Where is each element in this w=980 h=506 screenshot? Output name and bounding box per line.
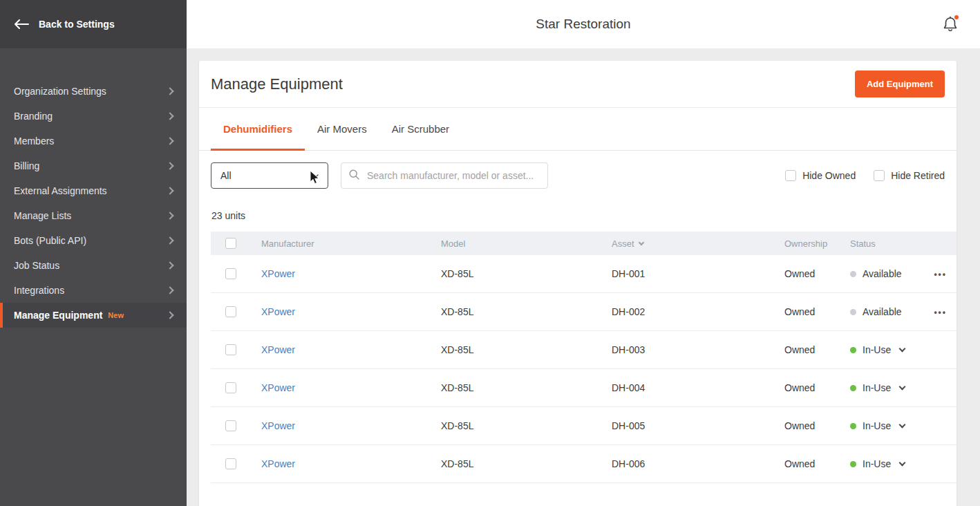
manufacturer-link[interactable]: XPower <box>261 420 295 431</box>
notifications-bell-button[interactable] <box>943 16 958 32</box>
page-body: Manage Equipment Add Equipment Dehumidif… <box>187 48 980 506</box>
ownership-cell: Owned <box>784 306 850 317</box>
status-dot-icon <box>850 385 856 391</box>
app-root: Back to Settings Organization Settings B… <box>0 0 980 506</box>
column-header-manufacturer[interactable]: Manufacturer <box>261 238 441 249</box>
back-arrow-icon <box>14 19 29 29</box>
status-cell[interactable]: Available <box>850 306 922 317</box>
tab-air-movers[interactable]: Air Movers <box>305 108 379 150</box>
model-cell: XD-85L <box>441 306 612 317</box>
chevron-right-icon <box>166 187 173 194</box>
table-body: XPower XD-85L DH-001 Owned Available •••… <box>211 255 957 483</box>
table-row: XPower XD-85L DH-001 Owned Available ••• <box>211 255 957 293</box>
search-input[interactable] <box>366 169 540 182</box>
back-to-settings-label: Back to Settings <box>39 19 115 30</box>
column-header-model[interactable]: Model <box>441 238 612 249</box>
asset-cell: DH-001 <box>612 268 784 279</box>
table-row: XPower XD-85L DH-006 Owned In-Use <box>211 445 957 483</box>
chevron-down-icon <box>899 383 906 390</box>
model-cell: XD-85L <box>441 420 612 431</box>
filters-row: All Hide Owned <box>199 151 957 189</box>
chevron-right-icon <box>166 87 173 95</box>
chevron-right-icon <box>166 137 173 144</box>
status-cell[interactable]: In-Use <box>850 458 922 469</box>
status-cell[interactable]: In-Use <box>850 420 922 431</box>
row-checkbox[interactable] <box>225 306 236 317</box>
column-label: Ownership <box>784 238 827 249</box>
sidebar-item-bots-public-api[interactable]: Bots (Public API) <box>0 228 187 253</box>
sidebar-item-manage-equipment[interactable]: Manage Equipment New <box>0 303 187 328</box>
sidebar-item-members[interactable]: Members <box>0 129 187 153</box>
sidebar-item-label: Manage Equipment <box>14 310 102 321</box>
status-cell[interactable]: In-Use <box>850 344 922 355</box>
status-label: In-Use <box>863 458 891 469</box>
row-checkbox[interactable] <box>225 420 236 431</box>
tab-air-scrubber[interactable]: Air Scrubber <box>379 108 462 150</box>
hide-owned-checkbox[interactable] <box>785 170 796 181</box>
chevron-right-icon <box>166 212 173 219</box>
tab-label: Dehumidifiers <box>223 123 292 135</box>
sidebar-item-integrations[interactable]: Integrations <box>0 278 187 303</box>
row-checkbox-cell <box>225 420 261 431</box>
column-header-status[interactable]: Status <box>850 238 957 249</box>
sidebar-item-label: Members <box>14 135 54 147</box>
row-checkbox[interactable] <box>225 382 236 393</box>
hide-owned-toggle[interactable]: Hide Owned <box>785 170 856 181</box>
manufacturer-link[interactable]: XPower <box>261 306 295 317</box>
sidebar-item-label: Integrations <box>14 285 64 296</box>
asset-cell: DH-004 <box>612 382 784 393</box>
chevron-down-icon <box>899 345 906 352</box>
page-title: Manage Equipment <box>211 75 343 93</box>
manufacturer-cell: XPower <box>261 458 441 469</box>
manufacturer-link[interactable]: XPower <box>261 268 295 279</box>
row-checkbox[interactable] <box>225 458 236 469</box>
more-actions-button[interactable]: ••• <box>934 308 947 317</box>
manufacturer-link[interactable]: XPower <box>261 382 295 393</box>
filter-dropdown[interactable]: All <box>211 162 328 189</box>
row-checkbox-cell <box>225 382 261 393</box>
sidebar-item-job-status[interactable]: Job Status <box>0 253 187 278</box>
manufacturer-link[interactable]: XPower <box>261 458 295 469</box>
status-label: In-Use <box>863 420 891 431</box>
more-actions-button[interactable]: ••• <box>934 270 947 279</box>
status-dot-icon <box>850 347 856 353</box>
column-header-asset[interactable]: Asset <box>612 238 784 249</box>
tab-dehumidifiers[interactable]: Dehumidifiers <box>211 108 305 150</box>
manufacturer-link[interactable]: XPower <box>261 344 295 355</box>
add-equipment-button[interactable]: Add Equipment <box>855 71 945 97</box>
asset-cell: DH-003 <box>612 344 784 355</box>
row-actions-cell: ••• <box>922 268 957 279</box>
row-checkbox[interactable] <box>225 268 236 279</box>
ownership-cell: Owned <box>784 382 850 393</box>
status-label: Available <box>863 306 902 317</box>
select-all-checkbox[interactable] <box>225 238 236 249</box>
sidebar-item-label: Billing <box>14 160 39 171</box>
sidebar-item-branding[interactable]: Branding <box>0 104 187 129</box>
manage-equipment-card: Manage Equipment Add Equipment Dehumidif… <box>199 61 957 506</box>
org-title: Star Restoration <box>536 17 630 32</box>
sidebar-item-manage-lists[interactable]: Manage Lists <box>0 203 187 228</box>
column-label: Manufacturer <box>261 238 314 249</box>
status-cell[interactable]: Available <box>850 268 922 279</box>
column-header-ownership[interactable]: Ownership <box>784 238 850 249</box>
sidebar-item-external-assignments[interactable]: External Assignments <box>0 178 187 203</box>
table-row: XPower XD-85L DH-005 Owned In-Use <box>211 407 957 445</box>
row-checkbox-cell <box>225 268 261 279</box>
back-to-settings-button[interactable]: Back to Settings <box>0 0 187 48</box>
sidebar-item-billing[interactable]: Billing <box>0 153 187 178</box>
hide-owned-label: Hide Owned <box>802 170 856 181</box>
sidebar-item-organization-settings[interactable]: Organization Settings <box>0 79 187 104</box>
row-checkbox[interactable] <box>225 344 236 355</box>
ownership-cell: Owned <box>784 420 850 431</box>
hide-retired-toggle[interactable]: Hide Retired <box>874 170 945 181</box>
status-label: In-Use <box>863 344 891 355</box>
sidebar-item-badge: New <box>108 311 124 319</box>
manufacturer-cell: XPower <box>261 382 441 393</box>
sidebar-item-label: Organization Settings <box>14 86 106 97</box>
card-header: Manage Equipment Add Equipment <box>199 61 957 108</box>
units-count: 23 units <box>211 210 945 221</box>
row-checkbox-cell <box>225 306 261 317</box>
hide-retired-checkbox[interactable] <box>874 170 885 181</box>
status-cell[interactable]: In-Use <box>850 382 922 393</box>
asset-cell: DH-002 <box>612 306 784 317</box>
